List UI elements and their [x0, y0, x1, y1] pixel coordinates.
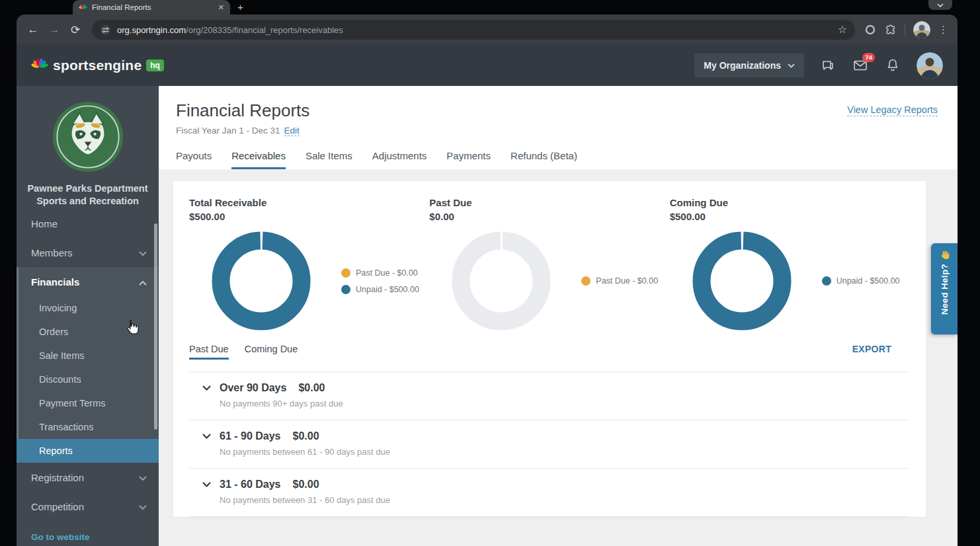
chevron-down-icon	[139, 472, 147, 483]
sidebar-item-reports[interactable]: Reports	[17, 439, 159, 463]
sidebar-item-home[interactable]: Home	[17, 209, 159, 238]
app-header-right: My Organizations 74	[694, 52, 943, 79]
sidebar-scrollbar[interactable]	[154, 223, 157, 430]
tab-adjustments[interactable]: Adjustments	[372, 150, 427, 169]
tab-title: Financial Reports	[92, 3, 214, 11]
chart-amount: $0.00	[429, 211, 669, 222]
main-content: Financial Reports View Legacy Reports Fi…	[159, 86, 958, 546]
peacock-icon	[31, 57, 48, 74]
legend-dot-blue	[822, 276, 831, 286]
site-settings-icon[interactable]	[100, 24, 111, 36]
hq-badge: hq	[146, 59, 164, 71]
app-header: sportsengine hq My Organizations	[17, 45, 958, 86]
extensions-puzzle-icon[interactable]	[884, 24, 897, 36]
extension-circle-icon[interactable]	[864, 24, 876, 36]
peacock-favicon	[79, 3, 87, 12]
forward-button[interactable]: →	[44, 20, 64, 40]
chevron-down-icon[interactable]	[202, 482, 211, 487]
chart-title: Coming Due	[670, 197, 910, 208]
tab-receivables[interactable]: Receivables	[231, 150, 286, 169]
view-legacy-reports-link[interactable]: View Legacy Reports	[847, 104, 938, 116]
browser-tab[interactable]: Financial Reports ✕	[73, 0, 230, 15]
legend-dot-blue	[341, 285, 350, 294]
user-avatar[interactable]	[917, 52, 943, 79]
notifications-button[interactable]	[885, 58, 901, 73]
chevron-down-icon	[788, 63, 795, 68]
bookmark-star-icon[interactable]: ☆	[838, 24, 847, 35]
sidebar-item-financials[interactable]: Financials	[19, 267, 159, 296]
browser-menu-icon[interactable]: ⋮	[938, 24, 948, 36]
url-domain: org.sportngin.com	[117, 25, 186, 35]
sidebar-item-invoicing[interactable]: Invoicing	[19, 296, 159, 320]
sidebar-item-discounts[interactable]: Discounts	[19, 368, 159, 391]
legend-item-past-due: Past Due - $0.00	[341, 268, 419, 278]
url-text: org.sportngin.com/org/208335/financial_r…	[117, 25, 832, 35]
reload-button[interactable]: ⟳	[65, 20, 85, 40]
browser-toolbar: ← → ⟳ org.sportngin.com/org/208335/finan…	[17, 15, 958, 45]
sidebar-item-members[interactable]: Members	[17, 238, 159, 267]
export-button[interactable]: EXPORT	[852, 344, 891, 360]
tab-search-button[interactable]	[928, 0, 952, 10]
url-path: /org/208335/financial_reports/receivable…	[186, 25, 343, 35]
chevron-down-icon	[139, 247, 147, 258]
raccoon-logo-icon	[53, 102, 123, 172]
sidebar-item-payment-terms[interactable]: Payment Terms	[19, 391, 159, 415]
need-help-label: Need Help?	[940, 264, 950, 315]
chat-button[interactable]	[820, 58, 836, 73]
aging-subtabs: Past Due Coming Due EXPORT	[189, 344, 910, 360]
my-organizations-button[interactable]: My Organizations	[694, 54, 804, 77]
legend-dot-orange	[581, 276, 591, 286]
org-name: Pawnee Parks Department Sports and Recre…	[24, 182, 151, 208]
sidebar-item-registration[interactable]: Registration	[17, 463, 159, 492]
chat-icon	[820, 58, 836, 73]
new-tab-button[interactable]: +	[237, 1, 243, 13]
tab-refunds-beta[interactable]: Refunds (Beta)	[510, 150, 577, 169]
aging-row-61-90[interactable]: 61 - 90 Days $0.00 No payments between 6…	[189, 420, 910, 468]
sidebar-item-competition[interactable]: Competition	[17, 492, 159, 521]
browser-profile-avatar[interactable]	[913, 21, 930, 38]
chart-total-receivable: Total Receivable $500.00 Past Due - $0.0…	[189, 197, 429, 331]
donut-charts: Total Receivable $500.00 Past Due - $0.0…	[189, 197, 910, 331]
waving-hand-icon	[940, 250, 950, 260]
chevron-down-icon	[139, 501, 147, 512]
chevron-down-icon[interactable]	[202, 434, 211, 439]
fiscal-year-subtitle: Fiscal Year Jan 1 - Dec 31Edit	[176, 126, 938, 136]
chart-amount: $500.00	[670, 211, 910, 222]
aging-row-over-90[interactable]: Over 90 Days $0.00 No payments 90+ days …	[189, 371, 910, 420]
need-help-tab[interactable]: Need Help?	[931, 243, 958, 334]
subtab-past-due[interactable]: Past Due	[189, 344, 229, 360]
messages-button[interactable]: 74	[852, 58, 869, 73]
tab-payouts[interactable]: Payouts	[176, 150, 212, 169]
tab-payments[interactable]: Payments	[446, 150, 491, 169]
legend-dot-orange	[341, 268, 350, 278]
chart-amount: $500.00	[189, 211, 429, 222]
unread-count-badge: 74	[862, 53, 875, 62]
back-button[interactable]: ←	[23, 20, 43, 40]
legend: Unpaid - $500.00	[822, 276, 900, 286]
donut-total-receivable	[212, 231, 311, 331]
go-to-website-link[interactable]: Go to website	[31, 532, 90, 542]
aging-rows: Over 90 Days $0.00 No payments 90+ days …	[189, 371, 910, 517]
chart-title: Total Receivable	[189, 197, 429, 208]
screen: Financial Reports ✕ + ← → ⟳	[0, 0, 980, 546]
report-tabs: Payouts Receivables Sale Items Adjustmen…	[176, 150, 938, 169]
sportsengine-logo[interactable]: sportsengine hq	[31, 57, 164, 74]
sidebar-item-transactions[interactable]: Transactions	[19, 415, 159, 439]
chart-title: Past Due	[429, 197, 669, 208]
tab-close-icon[interactable]: ✕	[218, 4, 224, 11]
subtab-coming-due[interactable]: Coming Due	[245, 344, 298, 360]
chevron-down-icon	[937, 3, 944, 7]
donut-past-due	[452, 231, 551, 331]
aging-row-31-60[interactable]: 31 - 60 Days $0.00 No payments between 3…	[189, 468, 910, 517]
org-logo[interactable]	[53, 102, 123, 172]
edit-fiscal-year-link[interactable]: Edit	[284, 126, 300, 136]
chevron-down-icon[interactable]	[202, 385, 211, 391]
sidebar-item-orders[interactable]: Orders	[19, 320, 159, 344]
address-bar[interactable]: org.sportngin.com/org/208335/financial_r…	[92, 20, 855, 40]
chart-past-due: Past Due $0.00 Past Due - $0.00	[429, 197, 669, 331]
receivables-card: Total Receivable $500.00 Past Due - $0.0…	[173, 181, 926, 517]
browser-tab-strip: Financial Reports ✕ +	[17, 0, 958, 15]
tab-sale-items[interactable]: Sale Items	[306, 150, 352, 169]
legend: Past Due - $0.00 Unpaid - $500.00	[341, 268, 419, 294]
sidebar-item-sale-items[interactable]: Sale Items	[19, 344, 159, 368]
